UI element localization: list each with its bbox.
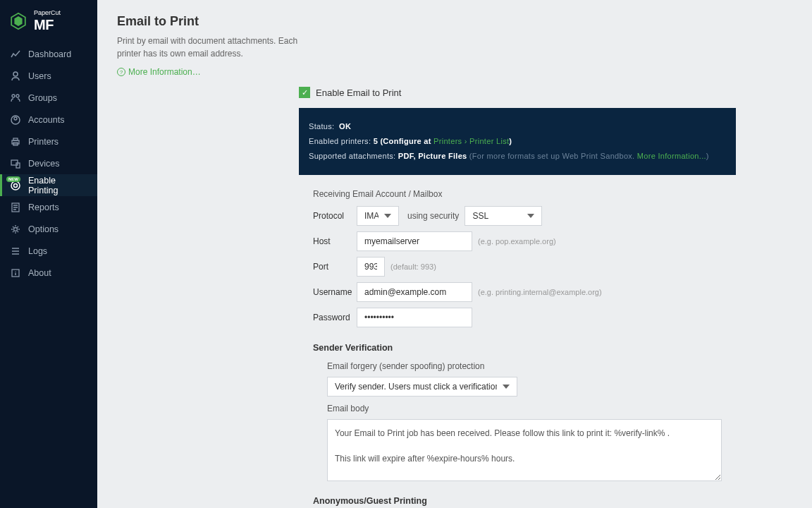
host-input[interactable]	[357, 231, 472, 251]
brand-icon	[8, 11, 28, 31]
sidebar-item-devices[interactable]: Devices	[0, 152, 97, 174]
brand-mf: MF	[34, 18, 61, 32]
sandbox-more-info-link[interactable]: More Information...	[637, 152, 706, 160]
protocol-select[interactable]: IMAP	[357, 206, 399, 226]
nav-label: Printers	[28, 137, 59, 147]
receiving-section-label: Receiving Email Account / Mailbox	[299, 189, 736, 199]
sidebar-item-options[interactable]: Options	[0, 218, 97, 240]
page-title: Email to Print	[117, 14, 300, 29]
sidebar-item-accounts[interactable]: Accounts	[0, 109, 97, 131]
security-select[interactable]: SSL	[465, 206, 542, 226]
svg-point-13	[14, 227, 18, 231]
accounts-icon	[10, 114, 21, 126]
forgery-label: Email forgery (sender spoofing) protecti…	[299, 361, 736, 371]
svg-point-4	[14, 117, 17, 120]
svg-point-10	[11, 181, 20, 190]
sidebar-item-about[interactable]: About	[0, 262, 97, 284]
verify-select[interactable]: Verify sender. Users must click a verifi…	[327, 377, 517, 397]
nav-label: Reports	[28, 202, 59, 212]
more-info-link[interactable]: ? More Information…	[117, 67, 300, 77]
groups-icon	[10, 92, 21, 104]
devices-icon	[10, 158, 21, 169]
logs-icon	[10, 246, 21, 257]
enable-email-checkbox[interactable]: ✓	[299, 87, 310, 98]
sidebar-item-printers[interactable]: Printers	[0, 131, 97, 152]
user-icon	[10, 71, 21, 82]
main-content: Email to Print Print by email with docum…	[97, 0, 812, 508]
nav-label: Users	[28, 71, 51, 81]
printer-icon	[10, 136, 21, 147]
new-badge: NEW	[6, 176, 20, 182]
email-body-label: Email body	[299, 404, 736, 413]
username-hint: (e.g. printing.internal@example.org)	[478, 288, 602, 296]
nav-label: Enable Printing	[28, 176, 87, 195]
page-description: Print by email with document attachments…	[117, 35, 300, 60]
svg-point-1	[12, 95, 15, 97]
svg-point-11	[14, 183, 18, 187]
svg-rect-6	[13, 138, 18, 140]
username-label: Username	[313, 287, 355, 297]
nav-label: Logs	[28, 246, 47, 256]
gear-icon	[10, 224, 21, 235]
about-icon	[10, 267, 21, 279]
nav-label: Options	[28, 224, 59, 234]
nav: Dashboard Users Groups Accounts Printers…	[0, 43, 97, 284]
nav-label: Devices	[28, 159, 59, 169]
reports-icon	[10, 202, 21, 213]
check-icon: ✓	[302, 88, 308, 97]
username-input[interactable]	[357, 282, 472, 302]
sidebar-item-dashboard[interactable]: Dashboard	[0, 43, 97, 65]
password-label: Password	[313, 313, 355, 322]
svg-point-2	[16, 95, 19, 97]
logo: PaperCut MF	[0, 0, 97, 43]
printer-list-link[interactable]: Printer List	[469, 137, 509, 145]
nav-label: About	[28, 268, 51, 278]
sidebar-item-enable-printing[interactable]: NEW Enable Printing	[0, 174, 97, 196]
enable-printing-icon: NEW	[10, 180, 21, 191]
dashboard-icon	[10, 49, 21, 60]
sidebar-item-reports[interactable]: Reports	[0, 196, 97, 218]
nav-label: Groups	[28, 93, 57, 103]
svg-point-0	[13, 72, 18, 76]
sidebar-item-users[interactable]: Users	[0, 65, 97, 87]
printers-link[interactable]: Printers	[433, 137, 462, 145]
host-label: Host	[313, 236, 355, 246]
password-input[interactable]	[357, 308, 472, 327]
sidebar-item-groups[interactable]: Groups	[0, 87, 97, 109]
sidebar-item-logs[interactable]: Logs	[0, 240, 97, 262]
more-info-label: More Information…	[128, 67, 201, 77]
nav-label: Accounts	[28, 115, 64, 125]
help-icon: ?	[117, 68, 125, 76]
port-hint: (default: 993)	[390, 262, 436, 271]
protocol-label: Protocol	[313, 211, 355, 221]
security-using-label: using security	[407, 211, 459, 221]
port-input[interactable]	[357, 257, 385, 277]
enable-email-label: Enable Email to Print	[316, 87, 401, 98]
brand-papercut: PaperCut	[34, 10, 61, 16]
status-block: Status: OK Enabled printers: 5 (Configur…	[299, 108, 736, 175]
sidebar: PaperCut MF Dashboard Users Groups Accou…	[0, 0, 97, 508]
anon-title: Anonymous/Guest Printing	[299, 496, 736, 506]
host-hint: (e.g. pop.example.org)	[478, 237, 556, 246]
nav-label: Dashboard	[28, 49, 71, 59]
email-body-textarea[interactable]: Your Email to Print job has been receive…	[327, 419, 722, 481]
port-label: Port	[313, 262, 355, 272]
verification-title: Sender Verification	[299, 343, 736, 353]
